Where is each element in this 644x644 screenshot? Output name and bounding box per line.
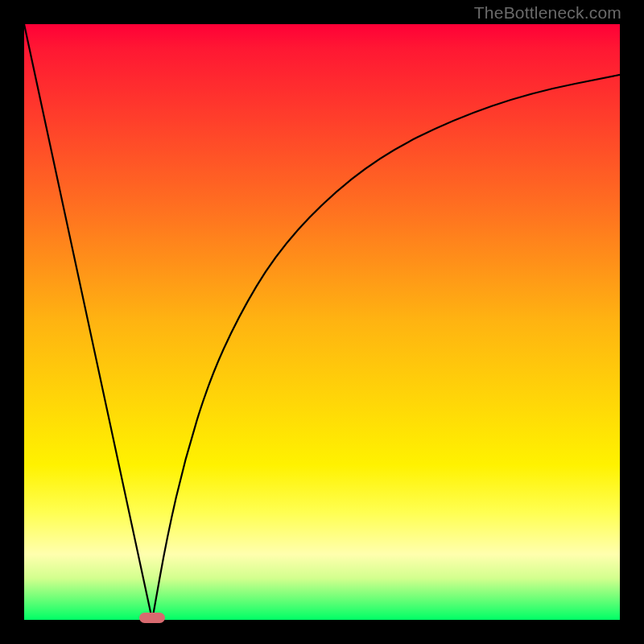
optimal-marker bbox=[139, 613, 165, 623]
plot-area bbox=[24, 24, 620, 620]
attribution-text: TheBottleneck.com bbox=[474, 3, 621, 23]
chart-frame: TheBottleneck.com bbox=[0, 0, 644, 644]
bottleneck-curve bbox=[24, 24, 620, 620]
curve-layer bbox=[24, 24, 620, 620]
